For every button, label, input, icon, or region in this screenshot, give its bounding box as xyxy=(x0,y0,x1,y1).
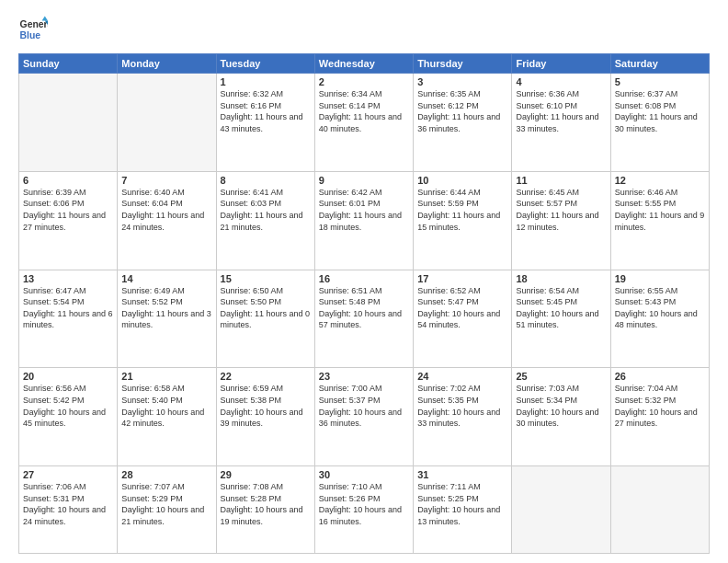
day-info: Sunrise: 6:49 AM Sunset: 5:52 PM Dayligh… xyxy=(121,285,211,331)
svg-text:General: General xyxy=(20,19,48,29)
weekday-header-saturday: Saturday xyxy=(610,54,709,74)
day-number: 9 xyxy=(319,175,409,186)
calendar-cell: 10Sunrise: 6:44 AM Sunset: 5:59 PM Dayli… xyxy=(414,171,512,270)
day-info: Sunrise: 7:08 AM Sunset: 5:28 PM Dayligh… xyxy=(221,481,311,527)
header: General Blue xyxy=(18,15,710,44)
day-number: 5 xyxy=(615,76,705,87)
day-info: Sunrise: 6:56 AM Sunset: 5:42 PM Dayligh… xyxy=(23,383,113,429)
logo-icon: General Blue xyxy=(18,15,48,44)
day-number: 7 xyxy=(121,175,211,186)
day-number: 30 xyxy=(319,469,409,480)
day-info: Sunrise: 6:44 AM Sunset: 5:59 PM Dayligh… xyxy=(417,187,507,233)
calendar-cell: 21Sunrise: 6:58 AM Sunset: 5:40 PM Dayli… xyxy=(118,368,216,466)
weekday-header-friday: Friday xyxy=(512,54,610,74)
day-info: Sunrise: 6:55 AM Sunset: 5:43 PM Dayligh… xyxy=(615,285,705,331)
svg-marker-2 xyxy=(42,17,48,21)
calendar-cell: 18Sunrise: 6:54 AM Sunset: 5:45 PM Dayli… xyxy=(512,270,610,368)
calendar-cell xyxy=(610,466,709,554)
calendar-cell: 16Sunrise: 6:51 AM Sunset: 5:48 PM Dayli… xyxy=(314,270,413,368)
day-info: Sunrise: 6:35 AM Sunset: 6:12 PM Dayligh… xyxy=(417,88,507,134)
day-number: 20 xyxy=(23,371,113,382)
logo: General Blue xyxy=(18,15,48,44)
weekday-header-thursday: Thursday xyxy=(414,54,512,74)
calendar-cell: 5Sunrise: 6:37 AM Sunset: 6:08 PM Daylig… xyxy=(610,74,709,172)
day-info: Sunrise: 6:45 AM Sunset: 5:57 PM Dayligh… xyxy=(516,187,606,233)
calendar-cell: 4Sunrise: 6:36 AM Sunset: 6:10 PM Daylig… xyxy=(512,74,610,172)
day-number: 22 xyxy=(221,371,311,382)
calendar-cell: 22Sunrise: 6:59 AM Sunset: 5:38 PM Dayli… xyxy=(216,368,314,466)
day-number: 10 xyxy=(417,175,507,186)
day-info: Sunrise: 6:46 AM Sunset: 5:55 PM Dayligh… xyxy=(615,187,705,233)
day-number: 1 xyxy=(221,76,311,87)
calendar-cell: 29Sunrise: 7:08 AM Sunset: 5:28 PM Dayli… xyxy=(216,466,314,554)
day-number: 23 xyxy=(319,371,409,382)
calendar-cell: 6Sunrise: 6:39 AM Sunset: 6:06 PM Daylig… xyxy=(19,171,118,270)
calendar-cell: 11Sunrise: 6:45 AM Sunset: 5:57 PM Dayli… xyxy=(512,171,610,270)
day-info: Sunrise: 6:34 AM Sunset: 6:14 PM Dayligh… xyxy=(319,88,409,134)
calendar-cell: 13Sunrise: 6:47 AM Sunset: 5:54 PM Dayli… xyxy=(19,270,118,368)
calendar-week-row: 13Sunrise: 6:47 AM Sunset: 5:54 PM Dayli… xyxy=(19,270,710,368)
day-info: Sunrise: 6:32 AM Sunset: 6:16 PM Dayligh… xyxy=(221,88,311,134)
calendar-cell: 20Sunrise: 6:56 AM Sunset: 5:42 PM Dayli… xyxy=(19,368,118,466)
day-info: Sunrise: 7:06 AM Sunset: 5:31 PM Dayligh… xyxy=(23,481,113,527)
day-number: 2 xyxy=(319,76,409,87)
weekday-header-sunday: Sunday xyxy=(19,54,118,74)
day-number: 3 xyxy=(417,76,507,87)
calendar-cell: 2Sunrise: 6:34 AM Sunset: 6:14 PM Daylig… xyxy=(314,74,413,172)
calendar-cell: 9Sunrise: 6:42 AM Sunset: 6:01 PM Daylig… xyxy=(314,171,413,270)
day-info: Sunrise: 7:03 AM Sunset: 5:34 PM Dayligh… xyxy=(516,383,606,429)
day-number: 12 xyxy=(615,175,705,186)
day-info: Sunrise: 6:58 AM Sunset: 5:40 PM Dayligh… xyxy=(121,383,211,429)
day-number: 28 xyxy=(121,469,211,480)
weekday-header-wednesday: Wednesday xyxy=(314,54,413,74)
day-info: Sunrise: 6:37 AM Sunset: 6:08 PM Dayligh… xyxy=(615,88,705,134)
calendar-cell: 8Sunrise: 6:41 AM Sunset: 6:03 PM Daylig… xyxy=(216,171,314,270)
calendar-cell: 26Sunrise: 7:04 AM Sunset: 5:32 PM Dayli… xyxy=(610,368,709,466)
day-info: Sunrise: 6:41 AM Sunset: 6:03 PM Dayligh… xyxy=(221,187,311,233)
day-number: 8 xyxy=(221,175,311,186)
day-number: 25 xyxy=(516,371,606,382)
page: General Blue SundayMondayTuesdayWednesda… xyxy=(0,0,728,563)
calendar-cell: 28Sunrise: 7:07 AM Sunset: 5:29 PM Dayli… xyxy=(118,466,216,554)
day-number: 15 xyxy=(221,273,311,284)
calendar-cell: 1Sunrise: 6:32 AM Sunset: 6:16 PM Daylig… xyxy=(216,74,314,172)
calendar-week-row: 1Sunrise: 6:32 AM Sunset: 6:16 PM Daylig… xyxy=(19,74,710,172)
calendar-cell xyxy=(19,74,118,172)
day-number: 14 xyxy=(121,273,211,284)
calendar-week-row: 20Sunrise: 6:56 AM Sunset: 5:42 PM Dayli… xyxy=(19,368,710,466)
day-info: Sunrise: 6:42 AM Sunset: 6:01 PM Dayligh… xyxy=(319,187,409,233)
day-info: Sunrise: 6:59 AM Sunset: 5:38 PM Dayligh… xyxy=(221,383,311,429)
calendar-cell: 19Sunrise: 6:55 AM Sunset: 5:43 PM Dayli… xyxy=(610,270,709,368)
day-info: Sunrise: 7:04 AM Sunset: 5:32 PM Dayligh… xyxy=(615,383,705,429)
calendar-cell: 25Sunrise: 7:03 AM Sunset: 5:34 PM Dayli… xyxy=(512,368,610,466)
day-number: 16 xyxy=(319,273,409,284)
calendar-table: SundayMondayTuesdayWednesdayThursdayFrid… xyxy=(18,53,710,554)
calendar-cell xyxy=(512,466,610,554)
weekday-header-tuesday: Tuesday xyxy=(216,54,314,74)
day-number: 17 xyxy=(417,273,507,284)
day-info: Sunrise: 6:51 AM Sunset: 5:48 PM Dayligh… xyxy=(319,285,409,331)
calendar-cell: 15Sunrise: 6:50 AM Sunset: 5:50 PM Dayli… xyxy=(216,270,314,368)
day-number: 6 xyxy=(23,175,113,186)
day-number: 11 xyxy=(516,175,606,186)
day-number: 19 xyxy=(615,273,705,284)
day-info: Sunrise: 6:52 AM Sunset: 5:47 PM Dayligh… xyxy=(417,285,507,331)
day-info: Sunrise: 6:40 AM Sunset: 6:04 PM Dayligh… xyxy=(121,187,211,233)
day-number: 26 xyxy=(615,371,705,382)
day-info: Sunrise: 7:10 AM Sunset: 5:26 PM Dayligh… xyxy=(319,481,409,527)
day-number: 21 xyxy=(121,371,211,382)
day-info: Sunrise: 6:50 AM Sunset: 5:50 PM Dayligh… xyxy=(221,285,311,331)
calendar-cell: 12Sunrise: 6:46 AM Sunset: 5:55 PM Dayli… xyxy=(610,171,709,270)
day-number: 18 xyxy=(516,273,606,284)
calendar-cell: 24Sunrise: 7:02 AM Sunset: 5:35 PM Dayli… xyxy=(414,368,512,466)
day-info: Sunrise: 6:36 AM Sunset: 6:10 PM Dayligh… xyxy=(516,88,606,134)
weekday-header-monday: Monday xyxy=(118,54,216,74)
day-info: Sunrise: 7:11 AM Sunset: 5:25 PM Dayligh… xyxy=(417,481,507,527)
calendar-cell: 3Sunrise: 6:35 AM Sunset: 6:12 PM Daylig… xyxy=(414,74,512,172)
calendar-cell xyxy=(118,74,216,172)
calendar-week-row: 6Sunrise: 6:39 AM Sunset: 6:06 PM Daylig… xyxy=(19,171,710,270)
calendar-cell: 30Sunrise: 7:10 AM Sunset: 5:26 PM Dayli… xyxy=(314,466,413,554)
day-number: 29 xyxy=(221,469,311,480)
calendar-cell: 31Sunrise: 7:11 AM Sunset: 5:25 PM Dayli… xyxy=(414,466,512,554)
day-info: Sunrise: 7:00 AM Sunset: 5:37 PM Dayligh… xyxy=(319,383,409,429)
